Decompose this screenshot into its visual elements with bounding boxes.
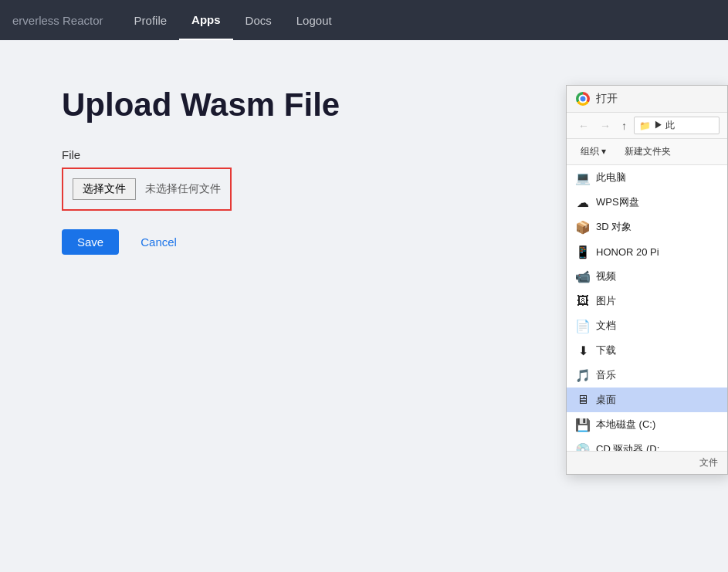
dialog-item-icon-device: 📱 (576, 245, 590, 259)
folder-icon: 📁 (639, 120, 651, 131)
address-text: ▶ 此 (654, 119, 675, 132)
organize-button[interactable]: 组织 ▾ (574, 143, 612, 161)
new-folder-button[interactable]: 新建文件夹 (618, 143, 677, 161)
dialog-item-icon-video: 📹 (576, 269, 590, 283)
nav-link-docs[interactable]: Docs (233, 0, 284, 40)
dialog-item-label-video: 视频 (596, 269, 616, 283)
navbar: erverless Reactor Profile Apps Docs Logo… (0, 0, 728, 40)
dialog-titlebar: 打开 (567, 86, 727, 113)
address-bar: 📁 ▶ 此 (634, 117, 720, 134)
dialog-item-label-computer: 此电脑 (596, 171, 626, 184)
back-button[interactable]: ← (574, 118, 593, 134)
dialog-item-label-cloud: WPS网盘 (596, 195, 639, 209)
cancel-button[interactable]: Cancel (128, 229, 189, 255)
dialog-item[interactable]: 📦3D 对象 (567, 215, 727, 239)
file-dialog: 打开 ← → ↑ 📁 ▶ 此 组织 ▾ 新建文件夹 💻此电脑☁WPS网盘📦3D … (566, 85, 728, 301)
dialog-toolbar: ← → ↑ 📁 ▶ 此 (567, 113, 727, 139)
dialog-item[interactable]: 📹视频 (567, 264, 727, 289)
dialog-item[interactable]: 🖼图片 (567, 289, 727, 301)
nav-link-apps[interactable]: Apps (179, 0, 233, 40)
forward-button[interactable]: → (596, 118, 615, 134)
dialog-item-icon-pictures: 🖼 (576, 294, 590, 301)
up-button[interactable]: ↑ (618, 118, 631, 134)
dialog-item[interactable]: ☁WPS网盘 (567, 190, 727, 215)
dialog-item[interactable]: 💻此电脑 (567, 165, 727, 190)
dialog-sidebar: 💻此电脑☁WPS网盘📦3D 对象📱HONOR 20 Pi📹视频🖼图片📄文档⬇下载… (567, 165, 727, 301)
file-input-wrapper: 选择文件 未选择任何文件 (62, 168, 232, 211)
no-file-text: 未选择任何文件 (145, 182, 221, 195)
dialog-item-label-folder3d: 3D 对象 (596, 220, 631, 234)
nav-link-logout[interactable]: Logout (284, 0, 344, 40)
dialog-item-icon-folder3d: 📦 (576, 220, 590, 234)
dialog-item[interactable]: 📱HONOR 20 Pi (567, 239, 727, 264)
choose-file-button[interactable]: 选择文件 (73, 178, 136, 200)
chrome-icon (576, 92, 590, 106)
save-button[interactable]: Save (62, 229, 119, 255)
dialog-item-label-device: HONOR 20 Pi (596, 246, 659, 258)
nav-brand: erverless Reactor (12, 14, 103, 27)
nav-link-profile[interactable]: Profile (122, 0, 180, 40)
dialog-item-label-pictures: 图片 (596, 294, 616, 301)
dialog-action-bar: 组织 ▾ 新建文件夹 (567, 139, 727, 165)
dialog-title: 打开 (596, 92, 618, 106)
dialog-body: 💻此电脑☁WPS网盘📦3D 对象📱HONOR 20 Pi📹视频🖼图片📄文档⬇下载… (567, 165, 727, 301)
dialog-item-icon-cloud: ☁ (576, 195, 590, 209)
dialog-item-icon-computer: 💻 (576, 171, 590, 184)
